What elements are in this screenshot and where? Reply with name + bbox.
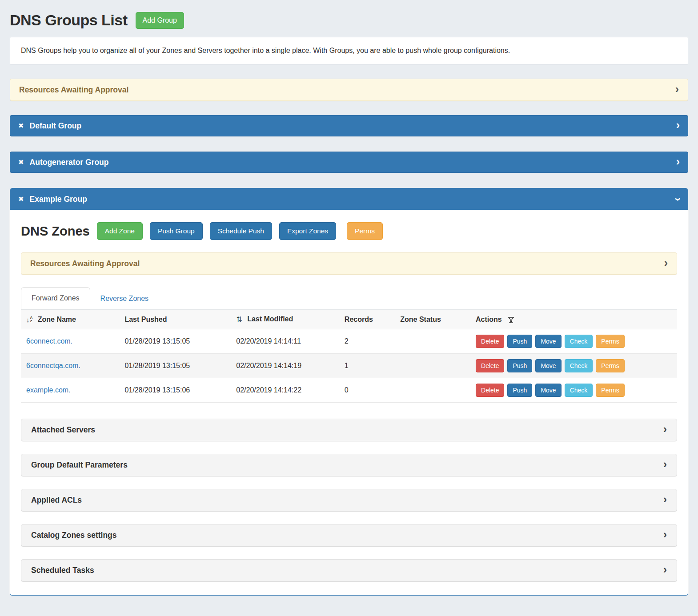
filter-icon[interactable]	[508, 316, 514, 323]
remove-group-icon[interactable]: ✖	[18, 195, 24, 203]
add-zone-button[interactable]: Add Zone	[97, 222, 143, 240]
section-label: Applied ACLs	[31, 496, 82, 505]
group-bar-default-group[interactable]: ✖ Default Group ›	[10, 115, 688, 136]
zones-tabs: Forward Zones Reverse Zones	[21, 287, 677, 309]
zone-link[interactable]: 6connectqa.com.	[26, 362, 80, 369]
last-pushed-cell: 01/28/2019 13:15:05	[119, 329, 231, 354]
delete-button[interactable]: Delete	[476, 384, 504, 397]
table-header-row: ↓ AZ Zone Name Last Pushed ⇅ Last Modifi…	[21, 310, 677, 329]
zone-link[interactable]: 6connect.com.	[26, 337, 72, 345]
column-label: Last Pushed	[124, 316, 167, 323]
zone-name-cell: example.com.	[21, 378, 119, 403]
push-button[interactable]: Push	[507, 359, 532, 372]
section-label: Attached Servers	[31, 425, 95, 435]
chevron-right-icon: ›	[663, 494, 667, 505]
zone-row: example.com. 01/28/2019 13:15:06 02/20/2…	[21, 378, 677, 403]
zone-link[interactable]: example.com.	[26, 386, 71, 394]
column-header-actions: Actions	[470, 310, 677, 329]
section-label: Catalog Zones settings	[31, 531, 117, 540]
zone-status-cell	[395, 329, 470, 354]
chevron-right-icon: ›	[676, 156, 680, 167]
zone-name-cell: 6connectqa.com.	[21, 354, 119, 378]
chevron-right-icon: ›	[676, 120, 680, 131]
chevron-right-icon: ›	[664, 257, 668, 268]
column-label: Records	[345, 316, 373, 323]
column-label: Zone Name	[38, 316, 76, 323]
column-header-zone-status[interactable]: Zone Status	[395, 310, 470, 329]
last-pushed-cell: 01/28/2019 13:15:06	[119, 378, 231, 403]
check-button[interactable]: Check	[565, 359, 593, 372]
zones-table: ↓ AZ Zone Name Last Pushed ⇅ Last Modifi…	[21, 309, 677, 403]
column-label: Last Modified	[247, 315, 293, 323]
column-header-zone-name[interactable]: ↓ AZ Zone Name	[21, 310, 119, 329]
export-zones-button[interactable]: Export Zones	[279, 222, 336, 240]
group-bar-example-group[interactable]: ✖ Example Group ›	[10, 188, 688, 210]
chevron-right-icon: ›	[663, 564, 667, 575]
zone-row: 6connect.com. 01/28/2019 13:15:05 02/20/…	[21, 329, 677, 354]
move-button[interactable]: Move	[535, 359, 561, 372]
dns-zones-title: DNS Zones	[21, 224, 90, 239]
tab-forward-zones[interactable]: Forward Zones	[21, 287, 90, 309]
push-group-button[interactable]: Push Group	[150, 222, 203, 240]
remove-group-icon[interactable]: ✖	[18, 122, 24, 130]
last-modified-cell: 02/20/2019 14:14:22	[231, 378, 339, 403]
resources-awaiting-approval-banner[interactable]: Resources Awaiting Approval ›	[21, 252, 677, 275]
description-box: DNS Groups help you to organize all of y…	[10, 37, 688, 64]
delete-button[interactable]: Delete	[476, 335, 504, 348]
chevron-right-icon: ›	[675, 84, 679, 95]
description-text: DNS Groups help you to organize all of y…	[21, 47, 510, 54]
group-label: Default Group	[30, 121, 82, 131]
push-button[interactable]: Push	[507, 384, 532, 397]
move-button[interactable]: Move	[535, 384, 561, 397]
records-cell: 2	[339, 329, 395, 354]
column-header-records[interactable]: Records	[339, 310, 395, 329]
page-title: DNS Groups List	[10, 12, 128, 29]
zone-status-cell	[395, 354, 470, 378]
perms-button[interactable]: Perms	[596, 359, 624, 372]
section-group-default-parameters[interactable]: Group Default Parameters ›	[21, 454, 677, 476]
chevron-right-icon: ›	[663, 459, 667, 470]
example-group-body: DNS Zones Add Zone Push Group Schedule P…	[10, 210, 688, 595]
section-label: Group Default Parameters	[31, 460, 128, 470]
add-group-button[interactable]: Add Group	[136, 12, 184, 29]
dns-zones-toolbar: DNS Zones Add Zone Push Group Schedule P…	[21, 222, 677, 240]
check-button[interactable]: Check	[565, 384, 593, 397]
zone-name-cell: 6connect.com.	[21, 329, 119, 354]
banner-label: Resources Awaiting Approval	[19, 85, 128, 95]
schedule-push-button[interactable]: Schedule Push	[210, 222, 272, 240]
actions-cell: Delete Push Move Check Perms	[470, 329, 677, 354]
group-bar-left: ✖ Example Group	[18, 195, 87, 204]
actions-cell: Delete Push Move Check Perms	[470, 354, 677, 378]
chevron-down-icon: ›	[672, 197, 683, 201]
group-bar-left: ✖ Autogenerator Group	[18, 158, 109, 167]
section-attached-servers[interactable]: Attached Servers ›	[21, 419, 677, 441]
last-pushed-cell: 01/28/2019 13:15:05	[119, 354, 231, 378]
section-catalog-zones-settings[interactable]: Catalog Zones settings ›	[21, 524, 677, 547]
chevron-right-icon: ›	[663, 529, 667, 540]
sort-alpha-icon[interactable]: ↓ AZ	[26, 316, 32, 324]
perms-button[interactable]: Perms	[596, 335, 624, 348]
tab-reverse-zones[interactable]: Reverse Zones	[90, 288, 159, 309]
column-header-last-pushed[interactable]: Last Pushed	[119, 310, 231, 329]
delete-button[interactable]: Delete	[476, 359, 504, 372]
section-label: Scheduled Tasks	[31, 566, 94, 575]
group-label: Example Group	[30, 195, 87, 204]
move-button[interactable]: Move	[535, 335, 561, 348]
records-cell: 1	[339, 354, 395, 378]
check-button[interactable]: Check	[565, 335, 593, 348]
perms-button[interactable]: Perms	[347, 222, 383, 240]
remove-group-icon[interactable]: ✖	[18, 158, 24, 166]
page-header: DNS Groups List Add Group	[10, 12, 688, 29]
column-header-last-modified[interactable]: ⇅ Last Modified	[231, 310, 339, 329]
section-scheduled-tasks[interactable]: Scheduled Tasks ›	[21, 559, 677, 582]
section-applied-acls[interactable]: Applied ACLs ›	[21, 489, 677, 512]
perms-button[interactable]: Perms	[596, 384, 624, 397]
column-label: Actions	[476, 316, 502, 323]
push-button[interactable]: Push	[507, 335, 532, 348]
banner-label: Resources Awaiting Approval	[30, 259, 140, 268]
last-modified-cell: 02/20/2019 14:14:19	[231, 354, 339, 378]
resources-awaiting-approval-banner[interactable]: Resources Awaiting Approval ›	[10, 79, 688, 101]
group-label: Autogenerator Group	[30, 158, 109, 167]
sort-icon[interactable]: ⇅	[236, 316, 242, 323]
group-bar-autogenerator-group[interactable]: ✖ Autogenerator Group ›	[10, 152, 688, 173]
